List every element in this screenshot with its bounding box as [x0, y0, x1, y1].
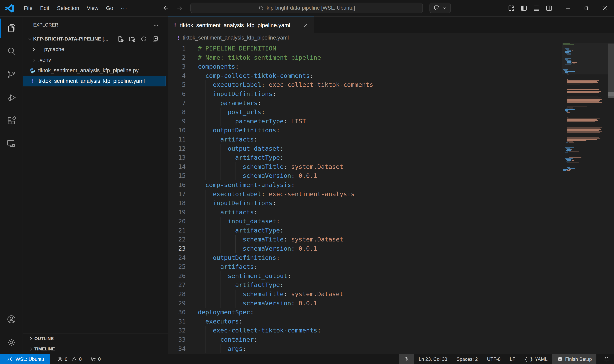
menu-edit[interactable]: Edit	[36, 5, 53, 11]
activity-source-control[interactable]	[0, 63, 23, 86]
restore-button[interactable]	[577, 0, 596, 16]
code-line-24[interactable]: 24outputDefinitions:	[168, 253, 563, 262]
new-folder-icon[interactable]	[129, 36, 136, 42]
tree-item-yaml[interactable]: !tiktok_sentiment_analysis_kfp_pipeline.…	[23, 76, 166, 86]
code-line-8[interactable]: 8post_urls:	[168, 108, 563, 117]
tree-item-.venv[interactable]: .venv	[23, 55, 168, 65]
close-button[interactable]	[596, 0, 614, 16]
new-file-icon[interactable]	[117, 36, 124, 42]
tree-item-pycache[interactable]: __pycache__	[23, 44, 168, 55]
minimap-viewport[interactable]	[562, 43, 608, 74]
code-line-16[interactable]: 16comp-sentiment-analysis:	[168, 180, 563, 190]
code-line-5[interactable]: 5executorLabel: exec-collect-tiktok-comm…	[168, 80, 563, 89]
line-content: schemaVersion: 0.0.1	[198, 244, 317, 253]
code-line-12[interactable]: 12output_dataset:	[168, 144, 563, 153]
menu-more[interactable]: ···	[117, 5, 131, 11]
line-number: 27	[168, 280, 186, 290]
notifications[interactable]	[600, 354, 614, 364]
line-number: 21	[168, 226, 186, 235]
activity-search[interactable]	[0, 40, 23, 63]
encoding[interactable]: UTF-8	[482, 354, 505, 364]
code-line-25[interactable]: 25artifacts:	[168, 262, 563, 271]
menu-go[interactable]: Go	[102, 5, 117, 11]
explorer-section-header[interactable]: KFP-BRIGHT-DATA-PIPELINE [...	[23, 34, 168, 44]
activity-explorer[interactable]	[0, 17, 23, 40]
timeline-panel-header[interactable]: TIMELINE	[23, 344, 168, 354]
code-line-23[interactable]: 23schemaVersion: 0.0.1	[168, 244, 563, 253]
account-button[interactable]	[0, 308, 23, 331]
code-line-9[interactable]: 9parameterType: LIST	[168, 117, 563, 126]
toggle-secondary-sidebar-icon[interactable]	[545, 5, 553, 12]
minimap-row	[563, 170, 608, 171]
code-line-29[interactable]: 29schemaVersion: 0.0.1	[168, 299, 563, 308]
code-line-13[interactable]: 13artifactType:	[168, 153, 563, 162]
eol-sequence[interactable]: LF	[505, 354, 520, 364]
code-line-18[interactable]: 18inputDefinitions:	[168, 199, 563, 208]
customize-layout-icon[interactable]	[508, 5, 515, 12]
code-line-14[interactable]: 14schemaTitle: system.Dataset	[168, 162, 563, 171]
activity-extensions[interactable]	[0, 109, 23, 132]
tab-yaml-file[interactable]: ! tiktok_sentiment_analysis_kfp_pipeline…	[168, 17, 314, 33]
language-mode[interactable]: { } YAML	[520, 354, 552, 364]
line-number: 7	[168, 99, 186, 108]
minimize-button[interactable]	[559, 0, 577, 16]
command-center-search[interactable]: kfp-bright-data-pipeline [WSL: Ubuntu]	[191, 3, 423, 13]
code-line-4[interactable]: 4comp-collect-tiktok-comments:	[168, 71, 563, 80]
code-line-31[interactable]: 31executors:	[168, 317, 563, 326]
error-count: 0	[65, 356, 67, 362]
menu-view[interactable]: View	[83, 5, 102, 11]
code-line-21[interactable]: 21artifactType:	[168, 226, 563, 235]
code-line-1[interactable]: 1# PIPELINE DEFINITION	[168, 44, 563, 53]
code-line-6[interactable]: 6inputDefinitions:	[168, 89, 563, 99]
code-line-28[interactable]: 28schemaTitle: system.Dataset	[168, 290, 563, 299]
code-line-22[interactable]: 22schemaTitle: system.Dataset	[168, 235, 563, 244]
refresh-icon[interactable]	[140, 36, 147, 42]
menu-selection[interactable]: Selection	[53, 5, 83, 11]
tree-item-python[interactable]: tiktok_sentiment_analysis_kfp_pipeline.p…	[23, 65, 168, 76]
code-line-34[interactable]: 34args:	[168, 344, 563, 353]
code-line-32[interactable]: 32exec-collect-tiktok-comments:	[168, 326, 563, 335]
code-line-10[interactable]: 10outputDefinitions:	[168, 126, 563, 135]
code-line-2[interactable]: 2# Name: tiktok-sentiment-pipeline	[168, 53, 563, 62]
code-line-27[interactable]: 27artifactType:	[168, 280, 563, 290]
code-line-30[interactable]: 30deploymentSpec:	[168, 308, 563, 317]
zoom-indicator[interactable]	[399, 354, 414, 364]
line-content: artifacts:	[198, 135, 258, 144]
toggle-sidebar-icon[interactable]	[520, 5, 528, 12]
code-line-11[interactable]: 11artifacts:	[168, 135, 563, 144]
close-tab-icon[interactable]	[303, 23, 308, 28]
more-actions-icon[interactable]	[153, 22, 159, 28]
code-line-19[interactable]: 19artifacts:	[168, 208, 563, 217]
code-line-15[interactable]: 15schemaVersion: 0.0.1	[168, 171, 563, 180]
outline-panel-header[interactable]: OUTLINE	[23, 333, 168, 344]
forward-arrow-icon[interactable]	[176, 5, 183, 12]
code-line-26[interactable]: 26sentiment_output:	[168, 271, 563, 281]
remote-indicator[interactable]: WSL: Ubuntu	[0, 354, 50, 364]
finish-setup[interactable]: Finish Setup	[552, 354, 596, 364]
project-folder-name: KFP-BRIGHT-DATA-PIPELINE [...	[33, 36, 108, 42]
activity-remote-explorer[interactable]	[0, 132, 23, 156]
editor-scrollbar[interactable]	[608, 43, 614, 96]
ports-status[interactable]: 0	[91, 356, 101, 362]
back-arrow-icon[interactable]	[162, 5, 169, 12]
code-line-7[interactable]: 7parameters:	[168, 99, 563, 108]
toggle-panel-icon[interactable]	[533, 5, 540, 12]
code-line-17[interactable]: 17executorLabel: exec-sentiment-analysis	[168, 190, 563, 199]
code-editor[interactable]: 1# PIPELINE DEFINITION2# Name: tiktok-se…	[168, 42, 563, 354]
minimap[interactable]	[563, 43, 608, 354]
indentation[interactable]: Spaces: 2	[452, 354, 483, 364]
code-line-3[interactable]: 3components:	[168, 62, 563, 71]
radio-tower-icon	[91, 356, 96, 362]
code-line-33[interactable]: 33container:	[168, 335, 563, 344]
cursor-position[interactable]: Ln 23, Col 33	[414, 354, 452, 364]
line-number: 4	[168, 71, 186, 80]
breadcrumb[interactable]: ! tiktok_sentiment_analysis_kfp_pipeline…	[168, 33, 614, 42]
collapse-all-icon[interactable]	[152, 36, 159, 42]
copilot-button[interactable]	[430, 3, 451, 13]
problems-status[interactable]: 0 0	[57, 356, 82, 362]
activity-run-debug[interactable]	[0, 86, 23, 109]
line-content: deploymentSpec:	[198, 308, 254, 317]
code-line-20[interactable]: 20input_dataset:	[168, 217, 563, 226]
settings-button[interactable]	[0, 331, 23, 354]
menu-file[interactable]: File	[20, 5, 36, 11]
